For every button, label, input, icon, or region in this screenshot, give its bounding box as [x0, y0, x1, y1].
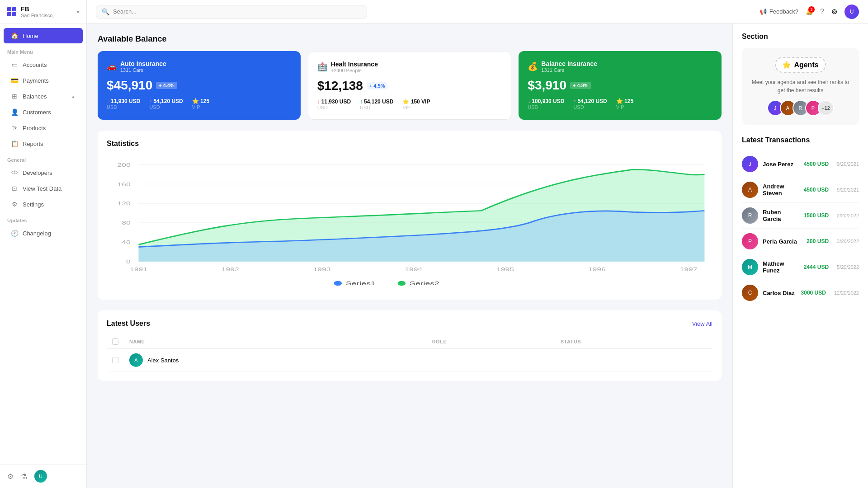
user-avatar[interactable]: U: [34, 470, 47, 483]
svg-text:1995: 1995: [496, 267, 514, 272]
agents-label: Agents: [794, 61, 818, 69]
user-status: [555, 349, 712, 372]
tx-date: 2/20/2022: [837, 213, 859, 218]
sidebar-item-label: Home: [23, 33, 38, 39]
transactions-title: Latest Transactions: [742, 136, 859, 144]
svg-text:200: 200: [117, 162, 130, 168]
search-box[interactable]: 🔍: [96, 5, 367, 19]
header-actions: 📢 Feedback? 🔔 2 ? ⊚ U: [760, 5, 859, 19]
svg-point-19: [334, 281, 342, 286]
svg-text:1996: 1996: [588, 267, 606, 272]
search-input[interactable]: [113, 8, 361, 15]
star-icon: ⭐: [782, 61, 791, 69]
card-title: Healt Insurance: [331, 61, 378, 68]
transaction-item: A Andrew Steven 4500 USD 9/20/2021: [742, 177, 859, 203]
notification-button[interactable]: 🔔 2: [806, 8, 813, 15]
sidebar-item-label: Changelog: [23, 230, 51, 237]
card-header: 💰 Balance Insurance 1311 Cars: [528, 60, 712, 73]
card-amount: $3,910 + 4.8%: [528, 78, 712, 93]
accounts-icon: ▭: [11, 61, 18, 68]
svg-text:Series1: Series1: [346, 280, 376, 286]
sidebar-item-reports[interactable]: 📋 Reports: [4, 136, 83, 151]
balance-insurance-card: 💰 Balance Insurance 1311 Cars $3,910 + 4…: [519, 51, 722, 120]
sidebar-item-label: Customers: [23, 109, 51, 116]
agents-avatars: J A R P +12: [751, 100, 850, 116]
tx-avatar: C: [742, 285, 758, 301]
section-title: Section: [742, 33, 859, 41]
avatar: A: [129, 353, 143, 367]
sidebar-item-changelog[interactable]: 🕐 Changelog: [4, 225, 83, 241]
row-checkbox[interactable]: [112, 357, 118, 363]
latest-users-section: Latest Users View All NAME ROLE STATUS: [98, 310, 722, 381]
status-column-header: STATUS: [555, 335, 712, 349]
users-table: NAME ROLE STATUS A Alex Santos: [107, 335, 712, 372]
right-sidebar: Section ⭐ Agents Meet your agenda and se…: [732, 23, 868, 488]
transactions-section: Latest Transactions J Jose Perez 4500 US…: [742, 136, 859, 305]
help-icon[interactable]: ?: [820, 8, 824, 16]
github-icon[interactable]: ⊚: [831, 7, 837, 16]
tx-avatar: M: [742, 259, 758, 275]
user-name: Alex Santos: [147, 357, 179, 364]
card-subtitle: 1311 Cars: [120, 67, 166, 73]
payments-icon: 💳: [11, 77, 18, 84]
card-amount: $45,910 + 4.4%: [107, 78, 292, 93]
main-menu-label: Main Menu: [0, 44, 86, 56]
tx-amount: 2444 USD: [804, 264, 829, 270]
role-column-header: ROLE: [427, 335, 555, 349]
sidebar-item-home[interactable]: 🏠 Home: [4, 28, 83, 43]
select-all-checkbox[interactable]: [112, 338, 118, 345]
card-stats: ↓ 11,930 USD USD ↑ 54,120 USD USD ⭐ 125 …: [107, 98, 292, 110]
tx-avatar: P: [742, 233, 758, 249]
tx-name: Carlos Diaz: [763, 290, 797, 296]
sidebar-item-settings[interactable]: ⚙ Settings: [4, 197, 83, 212]
customers-icon: 👤: [11, 108, 18, 116]
available-balance-title: Available Balance: [98, 34, 722, 44]
user-profile-avatar[interactable]: U: [844, 5, 859, 19]
name-column-header: NAME: [124, 335, 427, 349]
tx-amount: 1500 USD: [804, 212, 829, 219]
svg-point-21: [398, 281, 406, 286]
feedback-label: Feedback?: [769, 8, 798, 15]
header: 🔍 📢 Feedback? 🔔 2 ? ⊚ U: [87, 0, 868, 23]
sidebar-item-label: Developers: [23, 169, 52, 176]
view-all-link[interactable]: View All: [692, 320, 712, 327]
health-insurance-card: 🏥 Healt Insurance +2400 People $12,138 +…: [308, 51, 512, 120]
sidebar-item-customers[interactable]: 👤 Customers: [4, 104, 83, 120]
brand-chevron-icon[interactable]: ▾: [77, 9, 79, 14]
sidebar-item-balances[interactable]: ⊞ Balances ▲: [4, 89, 83, 104]
sidebar-item-products[interactable]: 🛍 Products: [4, 120, 83, 136]
tx-date: 3/20/2022: [837, 239, 859, 244]
tx-date: 9/20/2021: [837, 161, 859, 167]
notification-badge: 2: [808, 6, 815, 13]
footer-settings-icon[interactable]: ⚙: [7, 472, 14, 481]
user-role: [427, 349, 555, 372]
svg-text:1997: 1997: [680, 267, 698, 272]
transaction-item: R Ruben Garcia 1500 USD 2/20/2022: [742, 203, 859, 229]
sidebar-item-label: Reports: [23, 141, 43, 147]
footer-filter-icon[interactable]: ⚗: [21, 472, 27, 481]
feedback-button[interactable]: 📢 Feedback?: [760, 8, 798, 15]
updates-label: Updates: [0, 212, 86, 225]
svg-text:1992: 1992: [222, 267, 239, 272]
balances-icon: ⊞: [11, 93, 18, 100]
svg-text:80: 80: [122, 221, 131, 226]
main-area: 🔍 📢 Feedback? 🔔 2 ? ⊚ U Available Balanc…: [87, 0, 868, 488]
balances-expand-icon: ▲: [71, 94, 75, 99]
sidebar-item-accounts[interactable]: ▭ Accounts: [4, 57, 83, 72]
svg-text:0: 0: [126, 259, 131, 264]
svg-text:1993: 1993: [313, 267, 330, 272]
table-row: A Alex Santos: [107, 349, 712, 372]
tx-name: Jose Perez: [763, 161, 799, 168]
svg-text:160: 160: [117, 182, 130, 187]
svg-text:Series2: Series2: [410, 280, 439, 286]
tx-name: Mathew Funez: [763, 260, 799, 274]
car-icon: 🚗: [107, 61, 117, 71]
sidebar-item-payments[interactable]: 💳 Payments: [4, 73, 83, 88]
sidebar-item-developers[interactable]: </> Developers: [4, 165, 83, 180]
chart-container: 200 160 120 80 40 0 1991: [107, 155, 712, 291]
megaphone-icon: 📢: [760, 8, 767, 15]
sidebar-item-view-test-data[interactable]: ⊡ View Test Data: [4, 181, 83, 196]
tx-name: Andrew Steven: [763, 183, 799, 197]
brand-logo: [7, 7, 16, 16]
transaction-item: M Mathew Funez 2444 USD 5/20/2022: [742, 254, 859, 280]
